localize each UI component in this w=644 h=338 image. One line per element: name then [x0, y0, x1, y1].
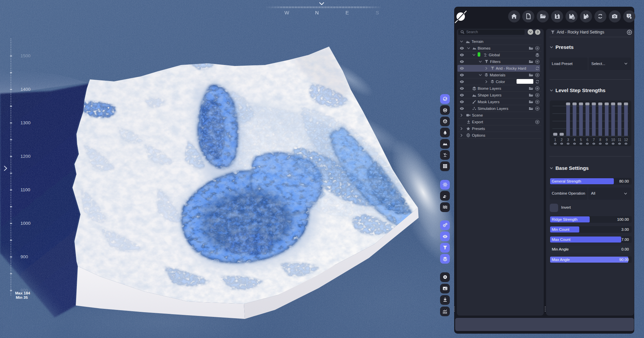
svg-text:3: 3 — [567, 138, 569, 142]
svg-text:9: 9 — [606, 138, 608, 142]
svg-text:E: E — [345, 10, 349, 15]
svg-text:5: 5 — [580, 138, 582, 142]
svg-text:N: N — [315, 10, 319, 15]
svg-text:10: 10 — [611, 138, 615, 142]
svg-text:W: W — [284, 10, 289, 15]
svg-text:?: ? — [628, 14, 630, 17]
svg-text:2: 2 — [561, 138, 563, 142]
svg-text:12: 12 — [624, 138, 628, 142]
svg-text:7: 7 — [593, 138, 595, 142]
svg-text:8: 8 — [599, 138, 601, 142]
svg-text:4: 4 — [574, 138, 576, 142]
svg-text:S: S — [376, 10, 379, 15]
svg-text:1: 1 — [554, 138, 556, 142]
svg-text:6: 6 — [586, 138, 588, 142]
svg-text:11: 11 — [618, 138, 622, 142]
